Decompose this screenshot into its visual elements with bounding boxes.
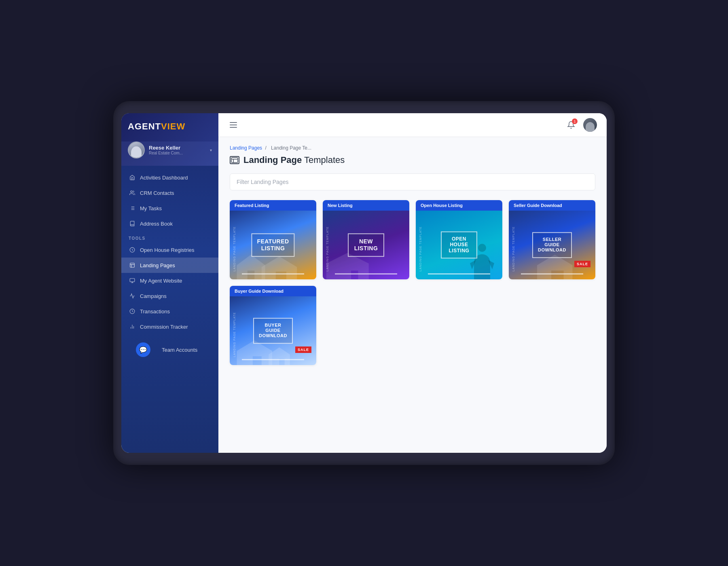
breadcrumb-current: Landing Page Te... xyxy=(271,145,311,151)
page-template-icon xyxy=(230,156,239,164)
sidebar-item-open-house[interactable]: Open House Registries xyxy=(121,242,218,258)
door-icon xyxy=(129,246,136,253)
tasks-icon xyxy=(129,205,136,212)
sidebar-label-tasks: My Tasks xyxy=(140,205,162,211)
card-overlay-buyer: BUYER GUIDE DOWNLOAD xyxy=(253,318,293,344)
book-icon xyxy=(129,220,136,227)
filter-placeholder: Filter Landing Pages xyxy=(237,179,288,185)
card-side-buyer: LANDING PAGE TEMPLATE xyxy=(233,312,236,357)
sidebar-item-agent-website[interactable]: My Agent Website xyxy=(121,273,218,288)
chart-icon xyxy=(129,323,136,330)
filter-bar[interactable]: Filter Landing Pages xyxy=(230,173,595,190)
svg-rect-11 xyxy=(130,279,135,282)
card-label-buyer: Buyer Guide Download xyxy=(230,286,316,296)
svg-rect-8 xyxy=(130,263,135,268)
card-side-featured: LANDING PAGE TEMPLATE xyxy=(233,226,236,271)
notification-button[interactable]: 1 xyxy=(565,118,578,131)
notification-badge: 1 xyxy=(572,118,578,124)
sidebar-item-transactions[interactable]: Transactions xyxy=(121,304,218,319)
user-profile: Reese Keller Real Estate Com... ▾ xyxy=(128,138,212,162)
breadcrumb-separator: / xyxy=(265,145,266,151)
sidebar-label-team: Team Accounts xyxy=(162,347,197,353)
users-icon xyxy=(129,189,136,196)
template-grid-row1: Featured Listing FEATURED LISTING xyxy=(230,200,595,279)
sale-badge-seller: SALE xyxy=(574,261,590,267)
svg-point-0 xyxy=(131,191,133,193)
card-side-open-house: LANDING PAGE TEMPLATE xyxy=(419,226,422,271)
sidebar-label-activities: Activities Dashboard xyxy=(140,175,188,181)
card-overlay-featured: FEATURED LISTING xyxy=(251,233,294,257)
sidebar-label-website: My Agent Website xyxy=(140,278,182,284)
main-content: 1 Landing Pages / Landing Page Te... xyxy=(218,113,607,453)
user-name: Reese Keller xyxy=(149,145,206,151)
tools-section-label: TOOLS xyxy=(121,231,218,242)
sidebar-header: AGENTVIEW Reese Keller Real Estate Com..… xyxy=(121,113,218,166)
card-image-new: NEW LISTING LANDING PAGE TEMPLATE xyxy=(323,211,409,279)
sidebar-label-commission: Commission Tracker xyxy=(140,324,188,330)
user-role: Real Estate Com... xyxy=(149,151,206,155)
card-side-seller: LANDING PAGE TEMPLATE xyxy=(512,226,515,271)
tablet-frame: AGENTVIEW Reese Keller Real Estate Com..… xyxy=(113,101,615,465)
card-label-open-house: Open House Listing xyxy=(416,200,502,211)
sidebar-item-activities-dashboard[interactable]: Activities Dashboard xyxy=(121,170,218,185)
sidebar: AGENTVIEW Reese Keller Real Estate Com..… xyxy=(121,113,218,453)
app-container: AGENTVIEW Reese Keller Real Estate Com..… xyxy=(121,113,607,453)
topbar: 1 xyxy=(218,113,607,137)
sidebar-label-transactions: Transactions xyxy=(140,308,170,315)
sidebar-item-campaigns[interactable]: Campaigns xyxy=(121,288,218,304)
card-image-seller: SELLER GUIDE DOWNLOAD SALE LANDING PAGE … xyxy=(509,211,595,279)
card-label-seller: Seller Guide Download xyxy=(509,200,595,211)
logo-agent: AGENT xyxy=(128,121,161,131)
transaction-icon xyxy=(129,308,136,315)
page-title: Landing Page Templates xyxy=(230,155,595,165)
card-bottom-buyer xyxy=(242,359,304,360)
topbar-right: 1 xyxy=(565,118,597,132)
template-card-new-listing[interactable]: New Listing NEW LISTING LANDING xyxy=(323,200,409,279)
template-card-seller-guide[interactable]: Seller Guide Download SELLER GUIDE DOWNL… xyxy=(509,200,595,279)
template-card-buyer-guide[interactable]: Buyer Guide Download BUYER GUIDE xyxy=(230,286,316,365)
chevron-down-icon[interactable]: ▾ xyxy=(210,148,212,152)
card-bottom-new xyxy=(335,273,397,275)
sidebar-label-landing: Landing Pages xyxy=(140,262,175,268)
menu-line-3 xyxy=(230,127,237,128)
card-side-new: LANDING PAGE TEMPLATE xyxy=(326,226,329,271)
card-bottom-seller xyxy=(521,273,583,275)
user-info: Reese Keller Real Estate Com... xyxy=(149,145,206,155)
chat-button[interactable]: 💬 xyxy=(136,342,150,357)
card-image-buyer: BUYER GUIDE DOWNLOAD SALE LANDING PAGE T… xyxy=(230,296,316,365)
card-label-featured: Featured Listing xyxy=(230,200,316,211)
template-card-open-house[interactable]: Open House Listing xyxy=(416,200,502,279)
content-area: Landing Pages / Landing Page Te... xyxy=(218,137,607,453)
app-logo: AGENTVIEW xyxy=(128,121,212,132)
sidebar-item-team-accounts[interactable]: Team Accounts xyxy=(162,347,211,353)
sidebar-label-open-house: Open House Registries xyxy=(140,247,194,253)
sidebar-label-campaigns: Campaigns xyxy=(140,293,167,299)
sidebar-item-address-book[interactable]: Address Book xyxy=(121,216,218,231)
sale-badge-buyer: SALE xyxy=(295,346,311,353)
sidebar-item-crm-contacts[interactable]: CRM Contacts xyxy=(121,185,218,201)
home-icon xyxy=(129,174,136,181)
card-overlay-seller: SELLER GUIDE DOWNLOAD xyxy=(532,232,572,258)
sidebar-item-commission[interactable]: Commission Tracker xyxy=(121,319,218,334)
menu-button[interactable] xyxy=(228,120,239,129)
svg-point-21 xyxy=(478,244,486,252)
tablet-screen: AGENTVIEW Reese Keller Real Estate Com..… xyxy=(121,113,607,453)
sidebar-label-crm: CRM Contacts xyxy=(140,190,174,196)
topbar-avatar[interactable] xyxy=(583,118,597,132)
breadcrumb-parent[interactable]: Landing Pages xyxy=(230,145,262,151)
avatar xyxy=(128,142,145,158)
campaign-icon xyxy=(129,292,136,300)
sidebar-item-my-tasks[interactable]: My Tasks xyxy=(121,201,218,216)
logo-view: VIEW xyxy=(161,121,185,131)
card-bottom-featured xyxy=(242,273,304,275)
template-card-featured-listing[interactable]: Featured Listing FEATURED LISTING xyxy=(230,200,316,279)
sidebar-item-landing-pages[interactable]: Landing Pages xyxy=(121,258,218,273)
page-icon-nav xyxy=(129,262,136,269)
card-overlay-new: NEW LISTING xyxy=(348,233,384,257)
card-label-new: New Listing xyxy=(323,200,409,211)
template-grid-row2: Buyer Guide Download BUYER GUIDE xyxy=(230,286,595,365)
sidebar-label-address: Address Book xyxy=(140,221,173,227)
monitor-icon xyxy=(129,277,136,284)
card-image-featured: FEATURED LISTING LANDING PAGE TEMPLATE xyxy=(230,211,316,279)
svg-rect-18 xyxy=(231,158,237,163)
